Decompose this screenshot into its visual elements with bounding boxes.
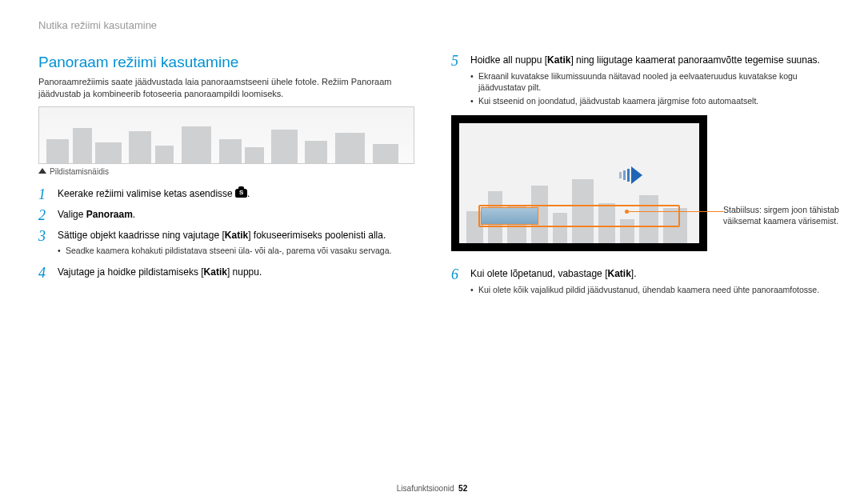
stability-callout: Stabiilsus: sirgem joon tähistab väiksem… <box>723 205 843 226</box>
step-item: 5Hoidke all nuppu [Katik] ning liigutage… <box>451 54 826 109</box>
step-number: 2 <box>38 208 51 222</box>
step-sub-item: Kui stseenid on joondatud, jäädvustab ka… <box>470 95 826 106</box>
step-body: Kui olete lõpetanud, vabastage [Katik].K… <box>470 267 826 298</box>
step-number: 4 <box>38 266 51 280</box>
step-item: 6Kui olete lõpetanud, vabastage [Katik].… <box>451 267 826 298</box>
step-item: 2Valige Panoraam. <box>38 208 413 222</box>
callout-leader-line <box>627 211 723 212</box>
example-caption: Pildistamisnäidis <box>38 167 413 176</box>
step-body: Valige Panoraam. <box>58 208 413 222</box>
steps-right-bottom: 6Kui olete lõpetanud, vabastage [Katik].… <box>451 267 826 298</box>
steps-right-top: 5Hoidke all nuppu [Katik] ning liigutage… <box>451 54 826 109</box>
step-sub-item: Ekraanil kuvatakse liikumissuunda näitav… <box>470 70 826 93</box>
step-body: Hoidke all nuppu [Katik] ning liigutage … <box>470 54 826 109</box>
page-footer: Lisafunktsioonid 52 <box>0 484 864 493</box>
panorama-progress-bar <box>478 205 680 227</box>
step-sub-item: Seadke kaamera kohakuti pildistatava sts… <box>58 245 413 256</box>
camera-display <box>451 115 707 251</box>
steps-left: 1Keerake režiimi valimise ketas asendiss… <box>38 187 413 280</box>
step-number: 5 <box>451 54 464 109</box>
left-column: Panoraam režiimi kasutamine Panoraamreži… <box>38 54 413 304</box>
step-sub-item: Kui olete kõik vajalikud pildid jäädvust… <box>470 284 826 295</box>
intro-text: Panoraamrežiimis saate jäädvustada laia … <box>38 76 413 100</box>
mode-dial-s-icon <box>235 189 247 198</box>
section-title: Panoraam režiimi kasutamine <box>38 54 413 71</box>
step-item: 3Sättige objekt kaadrisse ning vajutage … <box>38 229 413 259</box>
step-number: 1 <box>38 187 51 202</box>
step-item: 4Vajutage ja hoidke pildistamiseks [Kati… <box>38 266 413 280</box>
direction-arrow-icon <box>619 166 643 184</box>
step-item: 1Keerake režiimi valimise ketas asendiss… <box>38 187 413 202</box>
step-number: 6 <box>451 267 464 298</box>
step-body: Keerake režiimi valimise ketas asendisse… <box>58 187 413 202</box>
panorama-example-image <box>38 106 414 164</box>
step-body: Vajutage ja hoidke pildistamiseks [Katik… <box>58 266 413 280</box>
step-body: Sättige objekt kaadrisse ning vajutage [… <box>58 229 413 259</box>
step-number: 3 <box>38 229 51 259</box>
right-column: 5Hoidke all nuppu [Katik] ning liigutage… <box>451 54 826 304</box>
running-head: Nutika režiimi kasutamine <box>38 19 826 31</box>
triangle-up-icon <box>38 168 46 174</box>
